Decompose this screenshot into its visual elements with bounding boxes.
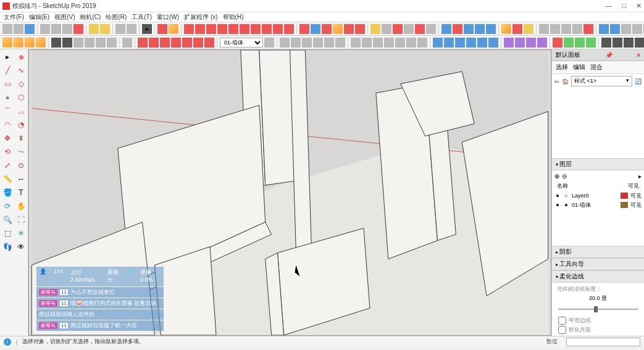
info-icon[interactable]: i (4, 338, 11, 346)
paste-icon[interactable] (62, 24, 72, 34)
face4-icon[interactable] (384, 38, 394, 48)
style4-icon[interactable] (85, 38, 94, 48)
home-icon[interactable]: ⇦ (554, 78, 559, 85)
plugin9-icon[interactable] (632, 24, 642, 34)
style6-icon[interactable] (107, 38, 117, 48)
face6-icon[interactable] (406, 38, 416, 48)
eraser-icon[interactable] (157, 24, 167, 34)
curve6-icon[interactable] (193, 38, 203, 48)
cb-smooth[interactable] (558, 317, 566, 325)
plugin5-icon[interactable] (583, 24, 593, 34)
solid5-icon[interactable] (477, 38, 487, 48)
curve4-icon[interactable] (171, 38, 181, 48)
tool-rect-icon[interactable]: ▭ (1, 78, 14, 90)
move-icon[interactable] (299, 24, 309, 34)
sandbox1-icon[interactable] (2, 38, 12, 48)
layout-icon[interactable] (524, 24, 533, 34)
style-dropdown[interactable]: 样式 <1>▾ (571, 76, 632, 86)
solid4-icon[interactable] (466, 38, 476, 48)
arc2-icon[interactable] (262, 24, 272, 34)
ext12-icon[interactable] (635, 38, 644, 48)
plugin1-icon[interactable] (539, 24, 549, 34)
menu-edit[interactable]: 编辑(E) (28, 13, 51, 22)
ext9-icon[interactable] (601, 38, 611, 48)
ext11-icon[interactable] (624, 38, 634, 48)
tool-look-icon[interactable]: 👁 (15, 241, 27, 253)
tool-eraser-icon[interactable]: ◆ (15, 51, 27, 63)
arc-icon[interactable] (251, 24, 261, 34)
tool-move-icon[interactable]: ✥ (1, 132, 14, 144)
plugin3-icon[interactable] (561, 24, 571, 34)
section-layers[interactable]: 图层 (552, 158, 644, 170)
section-soften[interactable]: 柔化边线 (552, 270, 644, 283)
layer-radio[interactable]: ○ (563, 193, 569, 199)
layer-row[interactable]: ● ● 01-墙体 可见 (553, 201, 643, 210)
add-layer-icon[interactable]: ⊕ (554, 173, 559, 180)
sandbox2-icon[interactable] (14, 38, 23, 48)
polygon-icon[interactable] (240, 24, 249, 34)
face5-icon[interactable] (395, 38, 405, 48)
tool-pie-icon[interactable]: ◔ (15, 119, 27, 131)
save-icon[interactable] (25, 24, 35, 34)
material-dropdown[interactable]: 01-墙体 (220, 38, 263, 48)
curve1-icon[interactable] (138, 38, 148, 48)
face7-icon[interactable] (417, 38, 427, 48)
ext8-icon[interactable] (586, 38, 596, 48)
eye-icon[interactable]: ● (554, 202, 561, 208)
tab-edit[interactable]: 编辑 (573, 63, 585, 72)
menu-camera[interactable]: 相机(C) (78, 13, 102, 22)
menu-window[interactable]: 窗口(W) (156, 13, 180, 22)
tool-freehand-icon[interactable]: ∿ (15, 64, 27, 77)
rotated-rect-icon[interactable] (217, 24, 227, 34)
viewport-3d[interactable]: 👤 174 上行 2.89mbps 星期六 ⟳ 录播 0.0% 桥哥马 11 为… (28, 49, 551, 336)
style1-icon[interactable] (51, 38, 61, 48)
tab-select[interactable]: 选择 (556, 63, 568, 72)
section-shadow[interactable]: 阴影 (552, 246, 644, 258)
tool-scale-icon[interactable]: ⤢ (1, 159, 14, 172)
tool-select-icon[interactable]: ▸ (1, 51, 14, 63)
pie-icon[interactable] (284, 24, 294, 34)
home2-icon[interactable]: 🏠 (562, 78, 569, 85)
orbit-icon[interactable] (441, 24, 451, 34)
curve7-icon[interactable] (204, 38, 214, 48)
sandbox4-icon[interactable] (36, 38, 46, 48)
view-top-icon[interactable] (291, 38, 301, 48)
sandbox3-icon[interactable] (25, 38, 35, 48)
solid2-icon[interactable] (444, 38, 454, 48)
view-back-icon[interactable] (324, 38, 334, 48)
layer-row[interactable]: ● ○ Layer0 可见 (553, 191, 643, 201)
tool-dimension-icon[interactable]: ↔ (15, 173, 27, 185)
solid1-icon[interactable] (433, 38, 443, 48)
3dwarehouse-icon[interactable] (501, 24, 511, 34)
zoom-icon[interactable] (464, 24, 474, 34)
ext10-icon[interactable] (613, 38, 622, 48)
view-left-icon[interactable] (335, 38, 345, 48)
tape-icon[interactable] (370, 24, 380, 34)
tool-orbit-icon[interactable]: ⟳ (1, 200, 14, 212)
tool-rotrect-icon[interactable]: ◇ (15, 78, 27, 90)
eye-icon[interactable]: ● (554, 193, 561, 199)
style5-icon[interactable] (96, 38, 106, 48)
layer-radio[interactable]: ● (563, 202, 569, 208)
tool-arc-icon[interactable]: ⌒ (1, 105, 14, 117)
solid6-icon[interactable] (488, 38, 498, 48)
model-info-icon[interactable] (127, 24, 136, 34)
menu-help[interactable]: 帮助(H) (222, 13, 245, 22)
protractor-icon[interactable] (393, 24, 403, 34)
plugin8-icon[interactable] (621, 24, 631, 34)
ext-warehouse-icon[interactable] (512, 24, 522, 34)
freehand-icon[interactable] (195, 24, 205, 34)
tool-offset-icon[interactable]: ⊙ (15, 159, 27, 172)
curve3-icon[interactable] (160, 38, 170, 48)
print-icon[interactable] (115, 24, 125, 34)
remove-layer-icon[interactable]: ⊖ (562, 173, 567, 180)
rotate-icon[interactable] (322, 24, 332, 34)
select-icon[interactable]: ▸ (142, 24, 152, 34)
section-guide[interactable]: 工具向导 (552, 258, 644, 270)
layer-color-swatch[interactable] (621, 193, 628, 199)
delete-icon[interactable] (73, 24, 83, 34)
view-right-icon[interactable] (313, 38, 323, 48)
pan-icon[interactable] (453, 24, 462, 34)
close-button[interactable]: ✕ (636, 2, 642, 10)
plugin2-icon[interactable] (550, 24, 560, 34)
